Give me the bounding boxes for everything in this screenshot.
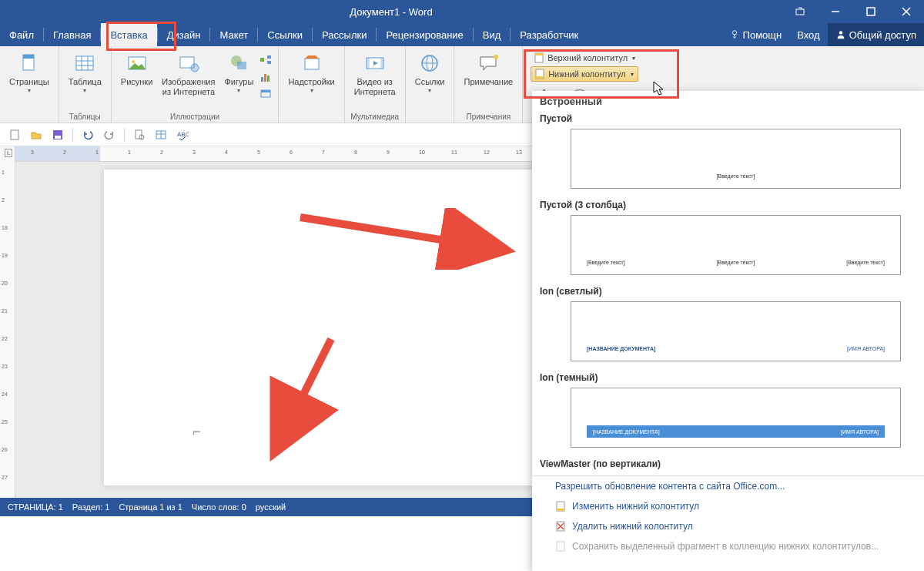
status-word-count[interactable]: Число слов: 0	[192, 502, 246, 512]
save-to-gallery-item: Сохранить выделенный фрагмент в коллекци…	[532, 536, 924, 556]
svg-rect-0	[796, 9, 804, 15]
tab-developer[interactable]: Разработчик	[511, 23, 588, 46]
save-button[interactable]	[49, 126, 66, 143]
status-page[interactable]: СТРАНИЦА: 1	[8, 502, 63, 512]
tab-insert[interactable]: Вставка	[101, 23, 156, 46]
tab-mailings[interactable]: Рассылки	[313, 23, 376, 46]
comment-icon	[476, 51, 500, 76]
svg-rect-29	[305, 59, 319, 69]
minimize-button[interactable]	[818, 0, 853, 23]
shapes-button[interactable]: Фигуры▾	[219, 49, 258, 96]
undo-button[interactable]	[79, 126, 96, 143]
pages-button[interactable]: Страницы▾	[5, 49, 54, 96]
svg-rect-25	[264, 74, 266, 82]
svg-rect-8	[23, 55, 34, 59]
online-pictures-button[interactable]: Изображения из Интернета	[157, 49, 219, 99]
new-doc-button[interactable]	[6, 126, 23, 143]
ribbon-tabs: Файл Главная Вставка Дизайн Макет Ссылки…	[0, 23, 924, 46]
screenshot-button[interactable]	[258, 86, 273, 102]
vertical-ruler[interactable]: L 1218192021222324252627	[0, 146, 15, 498]
addins-button[interactable]: Надстройки▾	[283, 49, 339, 96]
svg-rect-32	[380, 58, 383, 69]
window-title: Документ1 - Word	[261, 6, 522, 18]
footer-icon	[534, 69, 545, 79]
svg-rect-51	[557, 509, 564, 511]
svg-rect-9	[76, 56, 93, 70]
page-icon	[17, 51, 42, 76]
online-picture-icon	[176, 51, 201, 76]
picture-icon	[125, 51, 149, 76]
svg-rect-26	[267, 76, 270, 82]
svg-point-5	[732, 31, 736, 35]
svg-rect-43	[55, 136, 61, 139]
header-button[interactable]: Верхний колонтитул▾	[531, 51, 638, 65]
table-icon	[72, 51, 97, 76]
ribbon-display-options-icon[interactable]	[782, 0, 818, 23]
status-page-of[interactable]: Страница 1 из 1	[119, 502, 182, 512]
spelling-button[interactable]: ABC	[174, 126, 191, 143]
footer-preset-ion-dark[interactable]: [НАЗВАНИЕ ДОКУМЕНТА][ИМЯ АВТОРА]	[571, 388, 901, 448]
footer-gallery-dropdown: Встроенный Пустой [Введите текст] Пустой…	[532, 91, 924, 571]
tab-view[interactable]: Вид	[474, 23, 511, 46]
table-quick-button[interactable]	[152, 126, 169, 143]
tab-references[interactable]: Ссылки	[258, 23, 312, 46]
open-button[interactable]	[28, 126, 45, 143]
footer-preset-blank[interactable]: [Введите текст]	[571, 129, 901, 189]
svg-rect-31	[367, 58, 370, 69]
svg-rect-22	[267, 55, 271, 59]
document-page[interactable]: ⌐	[104, 170, 535, 485]
footer-preset-ion-light[interactable]: [НАЗВАНИЕ ДОКУМЕНТА][ИМЯ АВТОРА]	[571, 301, 901, 361]
allow-office-update-item[interactable]: Разрешить обновление контента с сайта Of…	[532, 476, 924, 496]
chart-button[interactable]	[258, 69, 273, 85]
share-button[interactable]: Общий доступ	[828, 23, 924, 46]
table-button[interactable]: Таблица▾	[64, 49, 106, 96]
smartart-button[interactable]	[258, 52, 273, 68]
svg-point-15	[132, 60, 135, 63]
svg-rect-44	[136, 130, 142, 139]
video-icon	[363, 51, 387, 76]
comment-button[interactable]: Примечание	[459, 49, 517, 89]
link-icon	[417, 51, 442, 76]
svg-rect-28	[261, 90, 270, 92]
signin-button[interactable]: Вход	[789, 23, 827, 46]
svg-rect-21	[260, 58, 264, 62]
svg-rect-41	[11, 130, 18, 139]
tab-layout[interactable]: Макет	[210, 23, 257, 46]
maximize-button[interactable]	[853, 0, 889, 23]
pictures-button[interactable]: Рисунки	[116, 49, 158, 89]
svg-point-6	[839, 31, 842, 34]
shapes-icon	[226, 51, 251, 76]
paragraph-mark-icon: ⌐	[192, 424, 201, 440]
redo-button[interactable]	[101, 126, 118, 143]
svg-text:ABC: ABC	[177, 131, 189, 138]
tab-file[interactable]: Файл	[0, 23, 43, 46]
footer-preset-blank-3col[interactable]: [Введите текст][Введите текст][Введите т…	[571, 215, 901, 275]
status-section[interactable]: Раздел: 1	[72, 502, 110, 512]
svg-rect-24	[261, 77, 263, 82]
header-icon	[534, 52, 544, 63]
tab-home[interactable]: Главная	[44, 23, 100, 46]
svg-point-36	[494, 55, 498, 59]
tab-review[interactable]: Рецензирование	[377, 23, 472, 46]
links-button[interactable]: Ссылки▾	[410, 49, 450, 96]
svg-rect-20	[237, 62, 246, 69]
print-preview-button[interactable]	[131, 126, 148, 143]
svg-rect-40	[536, 76, 544, 79]
tell-me-button[interactable]: Помощн	[721, 23, 790, 46]
title-bar: Документ1 - Word	[0, 0, 924, 23]
close-button[interactable]	[889, 0, 924, 23]
tab-design[interactable]: Дизайн	[158, 23, 210, 46]
online-video-button[interactable]: Видео из Интернета	[350, 49, 400, 99]
svg-rect-23	[267, 61, 271, 64]
status-language[interactable]: русский	[256, 502, 286, 512]
remove-footer-item[interactable]: Удалить нижний колонтитул	[532, 516, 924, 536]
svg-rect-38	[535, 53, 543, 55]
svg-rect-55	[557, 542, 564, 551]
edit-footer-item[interactable]: Изменить нижний колонтитул	[532, 496, 924, 516]
store-icon	[300, 51, 324, 76]
svg-rect-2	[867, 8, 875, 15]
footer-button[interactable]: Нижний колонтитул▾	[531, 66, 638, 82]
